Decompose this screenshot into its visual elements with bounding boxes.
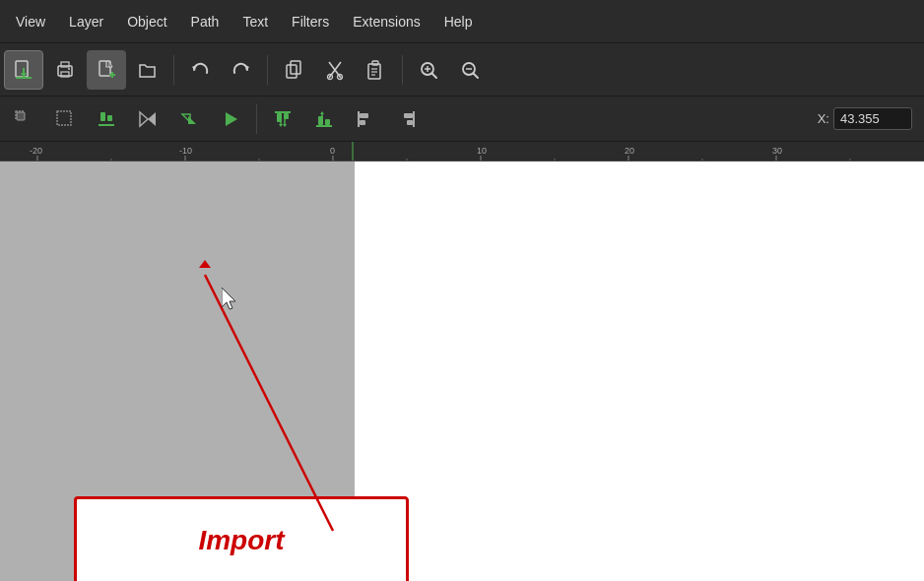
svg-rect-33 [17,112,25,120]
object-button[interactable] [4,99,43,139]
rotate-icon [178,108,200,130]
select-button[interactable] [45,99,85,139]
play-icon [220,108,241,130]
menu-text[interactable]: Text [231,8,280,35]
undo-button[interactable] [180,50,220,90]
separator-2 [267,55,268,85]
paste-button[interactable] [357,50,396,90]
svg-rect-59 [404,113,413,118]
svg-text:10: 10 [477,146,487,156]
align-bottom-button[interactable] [304,99,344,139]
svg-line-26 [432,73,437,78]
svg-text:20: 20 [625,146,634,156]
toolbar-1 [0,43,924,97]
align-right-button[interactable] [387,99,427,139]
svg-marker-47 [279,124,283,127]
align-right-icon [396,108,418,130]
svg-rect-45 [284,113,289,119]
align-left-button[interactable] [346,99,385,139]
import-button[interactable] [4,50,43,90]
svg-rect-51 [318,116,323,125]
redo-button[interactable] [222,50,261,90]
svg-marker-54 [320,111,324,114]
svg-rect-52 [325,119,330,125]
cut-button[interactable] [315,50,355,90]
import-label: Import [198,525,284,556]
separator-4 [256,104,257,134]
ruler-svg: -20 -10 0 10 20 30 [0,142,924,161]
svg-text:30: 30 [772,146,782,156]
align-down-icon [96,108,117,130]
canvas-page [355,161,924,581]
zoom-sel-icon [459,59,481,81]
flip-icon [137,108,159,130]
svg-line-30 [474,73,479,78]
x-label: X: [818,111,829,126]
align-left-icon [355,108,376,130]
ruler-horizontal: -20 -10 0 10 20 30 [0,142,924,161]
svg-marker-42 [226,112,237,126]
new-doc-button[interactable] [87,50,126,90]
svg-rect-36 [107,115,112,121]
print-button[interactable] [45,50,85,90]
svg-rect-14 [291,61,300,74]
canvas-area[interactable]: Import [0,161,924,581]
svg-marker-41 [188,116,196,124]
align-top-icon [272,108,294,130]
svg-rect-15 [287,65,297,78]
svg-rect-34 [57,111,71,125]
zoom-sel-button[interactable] [450,50,490,90]
svg-rect-61 [0,142,924,161]
svg-rect-21 [372,61,378,65]
copy-button[interactable] [274,50,313,90]
menu-view[interactable]: View [4,8,57,35]
rotate-button[interactable] [169,99,209,139]
paste-icon [365,59,387,81]
svg-marker-49 [283,124,287,127]
separator-1 [173,55,174,85]
svg-rect-56 [360,113,368,118]
play-button[interactable] [211,99,250,139]
menu-layer[interactable]: Layer [57,8,115,35]
open-button[interactable] [128,50,167,90]
zoom-fit-button[interactable] [409,50,448,90]
cut-icon [324,59,346,81]
open-icon [137,59,159,81]
import-tooltip: Import [74,496,409,581]
select-icon [54,108,76,130]
align-bottom-icon [313,108,335,130]
flip-button[interactable] [128,99,167,139]
svg-text:-10: -10 [179,146,192,156]
menu-help[interactable]: Help [432,8,485,35]
new-doc-icon [96,59,117,81]
svg-text:-20: -20 [30,146,42,156]
menu-object[interactable]: Object [115,8,178,35]
separator-3 [402,55,403,85]
menu-path[interactable]: Path [179,8,231,35]
svg-rect-35 [100,112,105,121]
menu-extensions[interactable]: Extensions [341,8,431,35]
coord-group: X: [818,107,920,130]
menu-filters[interactable]: Filters [280,8,341,35]
svg-point-7 [68,68,70,70]
undo-icon [189,59,211,81]
svg-marker-39 [148,112,156,126]
zoom-fit-icon [418,59,439,81]
svg-rect-60 [407,120,413,125]
align-down-button[interactable] [87,99,126,139]
print-icon [54,59,76,81]
menu-bar: View Layer Object Path Text Filters Exte… [0,0,924,43]
object-icon [13,108,34,130]
redo-icon [231,59,252,81]
svg-marker-38 [140,112,148,126]
svg-text:0: 0 [330,146,335,156]
svg-rect-57 [360,120,365,125]
copy-icon [283,59,304,81]
toolbar-2: X: [0,97,924,142]
align-top-button[interactable] [263,99,302,139]
import-icon [13,59,34,81]
x-input[interactable] [833,107,912,130]
svg-rect-8 [99,61,110,76]
